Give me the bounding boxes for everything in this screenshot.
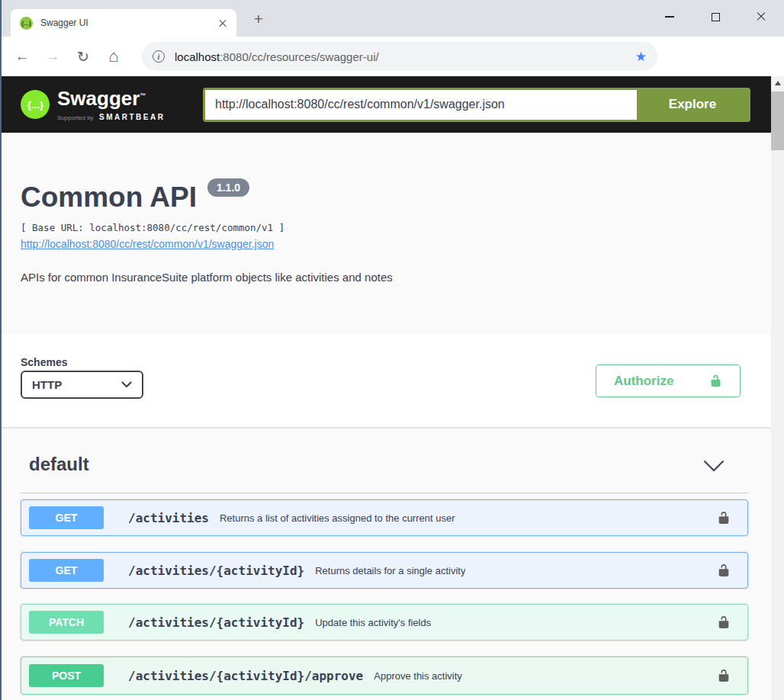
url-path: :8080/cc/resources/swagger-ui/ [220,50,378,63]
operation-row-get-activities[interactable]: GET /activities Returns a list of activi… [21,499,748,536]
section-divider [21,493,748,493]
base-url: [ Base URL: localhost:8080/cc/rest/commo… [21,222,284,233]
authorize-button[interactable]: Authorize [596,364,741,397]
operation-summary: Update this activity's fields [315,617,431,628]
back-icon[interactable]: ← [11,48,34,65]
method-badge: POST [29,664,104,687]
operation-row-post-approve[interactable]: POST /activities/{activityId}/approve Ap… [21,657,748,695]
smartbear-tagline: Supported by SMARTBEAR [57,109,165,123]
spec-url-input[interactable] [205,90,637,120]
browser-window: {…} Swagger UI + ← → ↻ ⌂ i localhost:808… [0,0,784,700]
operation-row-get-activity-by-id[interactable]: GET /activities/{activityId} Returns det… [21,552,748,589]
unlock-icon [709,374,722,388]
page-info-icon[interactable]: i [153,50,165,63]
swagger-logo[interactable]: {…} Swagger™ Supported by SMARTBEAR [21,86,165,123]
auth-lock-icon[interactable] [717,668,731,683]
reload-icon[interactable]: ↻ [72,48,95,66]
method-badge: GET [29,506,104,529]
new-tab-button[interactable]: + [247,10,270,30]
scroll-up-icon [775,81,781,85]
operation-path: /activities/{activityId}/approve [128,669,363,683]
minimize-button[interactable] [647,0,692,34]
operation-path: /activities/{activityId} [128,615,304,630]
method-badge: GET [29,559,104,582]
trademark: ™ [140,92,146,99]
swagger-topbar: {…} Swagger™ Supported by SMARTBEAR Expl… [0,76,771,133]
method-badge: PATCH [29,611,104,634]
swagger-logo-icon: {…} [21,90,50,119]
scheme-container: Schemes HTTP Authorize [0,333,771,427]
browser-tab[interactable]: {…} Swagger UI [11,9,236,37]
explore-button[interactable]: Explore [637,90,748,120]
home-icon[interactable]: ⌂ [102,47,125,66]
minimize-icon [665,16,674,17]
url-text: localhost:8080/cc/resources/swagger-ui/ [175,50,379,63]
operation-path: /activities/{activityId} [128,564,304,578]
swagger-ui-page: {…} Swagger™ Supported by SMARTBEAR Expl… [0,76,771,700]
browser-toolbar: ← → ↻ ⌂ i localhost:8080/cc/resources/sw… [0,37,784,76]
forward-icon[interactable]: → [41,48,64,65]
address-bar[interactable]: i localhost:8080/cc/resources/swagger-ui… [142,42,657,71]
bookmark-star-icon[interactable]: ★ [635,49,647,65]
scheme-selected-value: HTTP [32,378,62,391]
operation-summary: Returns a list of activities assigned to… [220,512,455,524]
tab-close-icon[interactable] [218,18,227,27]
section-title-default[interactable]: default [29,454,89,475]
authorize-label: Authorize [614,374,673,389]
scrollbar-up-button[interactable] [771,76,784,89]
maximize-icon [712,13,720,21]
page-scrollbar[interactable] [771,76,784,700]
operation-summary: Returns details for a single activity [315,565,465,576]
operation-path: /activities [128,511,209,525]
scrollbar-thumb[interactable] [771,92,784,150]
window-border [0,0,2,700]
operation-summary: Approve this activity [374,670,462,682]
tab-title: Swagger UI [40,18,218,28]
section-collapse-chevron-icon[interactable] [703,460,725,473]
scheme-select[interactable]: HTTP [21,371,143,399]
operation-row-patch-activity[interactable]: PATCH /activities/{activityId} Update th… [21,604,748,641]
auth-lock-icon[interactable] [717,563,731,578]
version-badge: 1.1.0 [207,178,249,197]
swagger-favicon-icon: {…} [20,17,33,30]
auth-lock-icon[interactable] [717,615,731,630]
tab-strip: {…} Swagger UI + [0,0,784,37]
chevron-down-icon [121,381,132,388]
swagger-wordmark: Swagger™ [57,87,146,110]
maximize-button[interactable] [692,0,738,34]
api-title: Common API1.1.0 [21,181,249,214]
window-controls [647,0,784,34]
url-host: localhost [175,50,220,63]
spec-link[interactable]: http://localhost:8080/cc/rest/common/v1/… [21,238,274,250]
close-window-button[interactable] [738,0,784,34]
auth-lock-icon[interactable] [717,510,731,525]
spec-url-group: Explore [203,88,750,122]
schemes-label: Schemes [21,356,67,368]
close-icon [756,11,766,22]
api-description: APIs for common InsuranceSuite platform … [21,271,393,284]
